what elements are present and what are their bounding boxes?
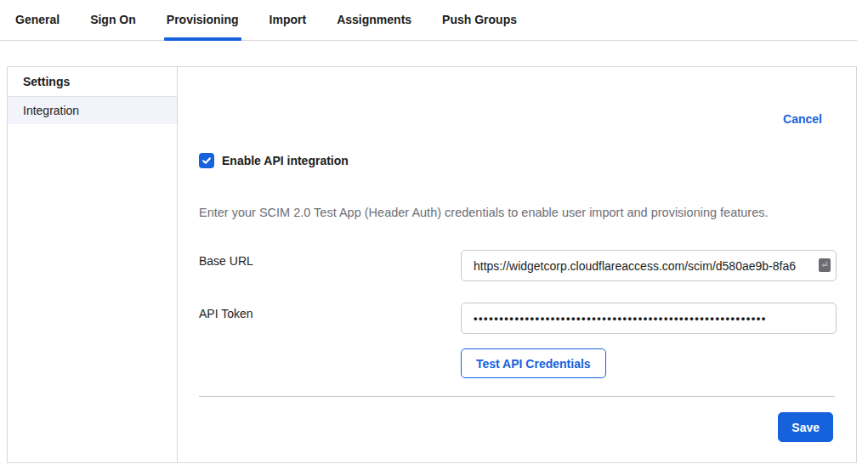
tab-general[interactable]: General <box>15 13 60 40</box>
cancel-button[interactable]: Cancel <box>783 112 822 126</box>
tab-push-groups-label: Push Groups <box>442 13 517 26</box>
base-url-input[interactable] <box>461 250 837 281</box>
test-api-credentials-button[interactable]: Test API Credentials <box>461 348 606 378</box>
tab-sign-on-label: Sign On <box>90 13 136 26</box>
api-token-label: API Token <box>199 307 253 320</box>
checkmark-icon <box>201 156 212 166</box>
tab-import-label: Import <box>269 13 307 26</box>
integration-form: Cancel Enable API integration Enter your… <box>178 67 856 462</box>
sidebar-heading: Settings <box>8 67 177 97</box>
api-token-field-wrap <box>461 303 837 334</box>
sidebar-item-label: Integration <box>23 104 79 117</box>
tab-sign-on[interactable]: Sign On <box>90 13 136 40</box>
settings-sidebar: Settings Integration <box>8 67 178 462</box>
tab-general-label: General <box>15 13 60 26</box>
provisioning-panel: Settings Integration Cancel Enable API i… <box>7 66 857 463</box>
tab-provisioning[interactable]: Provisioning <box>167 13 239 40</box>
tab-push-groups[interactable]: Push Groups <box>442 13 517 40</box>
tab-provisioning-label: Provisioning <box>167 13 239 26</box>
base-url-field-wrap: ⏎ <box>461 250 837 281</box>
enable-api-label: Enable API integration <box>222 154 349 167</box>
api-token-input[interactable] <box>461 303 837 334</box>
tab-assignments[interactable]: Assignments <box>337 13 411 40</box>
base-url-label: Base URL <box>199 254 253 268</box>
enable-api-checkbox[interactable] <box>199 153 214 168</box>
tab-assignments-label: Assignments <box>337 13 411 26</box>
footer-divider <box>199 396 835 397</box>
tab-import[interactable]: Import <box>269 13 307 40</box>
app-tab-bar: General Sign On Provisioning Import Assi… <box>0 0 857 41</box>
enable-api-row: Enable API integration <box>199 153 349 168</box>
credentials-description: Enter your SCIM 2.0 Test App (Header Aut… <box>199 206 835 219</box>
sidebar-item-integration[interactable]: Integration <box>8 97 177 124</box>
save-button[interactable]: Save <box>778 412 833 442</box>
active-tab-underline <box>164 37 241 41</box>
